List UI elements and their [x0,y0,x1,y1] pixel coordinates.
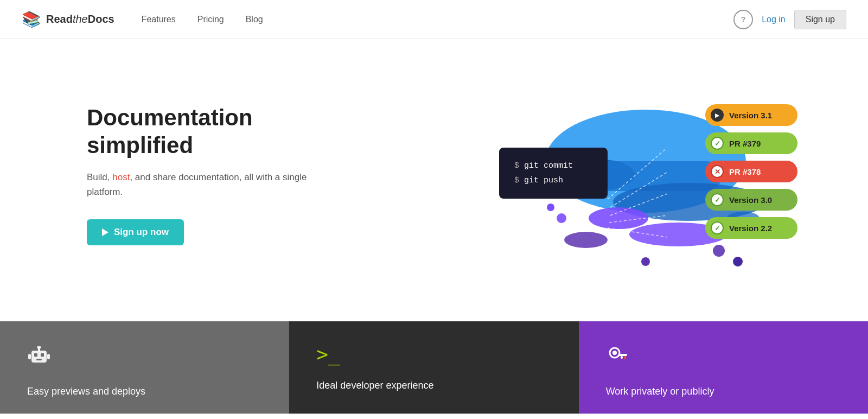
svg-rect-22 [41,353,44,357]
svg-rect-25 [37,346,41,348]
svg-point-13 [733,257,743,266]
navbar-right: ? Log in Sign up [733,10,846,29]
logo-icon: 📚 [22,10,41,28]
x-badge-icon-378: ✕ [711,165,724,178]
svg-rect-31 [624,356,626,359]
feature-title-developer: Ideal developer experience [316,380,433,391]
badge-label-v31: Version 3.1 [729,111,772,120]
svg-point-4 [589,207,648,229]
navbar-left: 📚 ReadtheDocs Features Pricing Blog [22,10,263,28]
hero-description: Build, host, and share documentation, al… [87,170,336,199]
check-badge-icon-v22: ✓ [711,221,724,234]
svg-point-8 [557,213,566,223]
hero-illustration: $ git commit $ git push ▶ Version 3.1 ✓ … [477,77,803,272]
feature-title-private: Work privately or publicly [606,386,714,397]
svg-rect-32 [621,356,623,359]
badge-version-22: ✓ Version 2.2 [705,217,797,239]
svg-rect-20 [31,351,47,363]
help-button[interactable]: ? [733,10,753,29]
hero-section: Documentation simplified Build, host, an… [0,39,868,321]
svg-point-29 [612,351,617,355]
badge-version-31: ▶ Version 3.1 [705,104,797,126]
nav-pricing[interactable]: Pricing [197,15,224,24]
features-section: Easy previews and deploys >_ Ideal devel… [0,321,868,414]
svg-rect-30 [618,354,627,356]
svg-rect-23 [36,359,42,360]
terminal-icon: >_ [316,343,340,366]
signup-now-label: Sign up now [114,227,169,238]
logo[interactable]: 📚 ReadtheDocs [22,10,114,28]
svg-rect-26 [28,354,31,359]
navbar: 📚 ReadtheDocs Features Pricing Blog ? Lo… [0,0,868,39]
login-link[interactable]: Log in [762,15,786,24]
check-badge-icon-v30: ✓ [711,193,724,206]
terminal-line-2: $ git push [514,173,592,188]
svg-rect-27 [47,354,50,359]
badge-label-pr379: PR #379 [729,139,761,148]
logo-text: ReadtheDocs [46,13,114,26]
feature-card-private: Work privately or publicly [579,321,868,414]
host-link[interactable]: host [112,172,130,182]
play-badge-icon: ▶ [711,109,724,122]
feature-title-previews: Easy previews and deploys [27,386,145,397]
svg-point-12 [547,204,554,211]
badge-version-30: ✓ Version 3.0 [705,189,797,211]
key-icon [606,343,630,372]
nav-features[interactable]: Features [142,15,176,24]
svg-point-9 [713,245,725,257]
badge-label-pr378: PR #378 [729,167,761,176]
badge-pr-378: ✕ PR #378 [705,161,797,182]
terminal-box: $ git commit $ git push [499,148,608,199]
hero-title: Documentation simplified [87,104,336,159]
terminal-line-1: $ git commit [514,158,592,173]
badge-label-v22: Version 2.2 [729,224,772,233]
play-icon [102,228,108,236]
signup-button[interactable]: Sign up [794,10,846,29]
feature-card-developer: >_ Ideal developer experience [289,321,578,414]
badge-label-v30: Version 3.0 [729,195,772,205]
nav-links: Features Pricing Blog [142,15,263,24]
robot-icon [27,343,51,372]
feature-card-previews: Easy previews and deploys [0,321,289,414]
nav-blog[interactable]: Blog [246,15,263,24]
badge-pr-379: ✓ PR #379 [705,132,797,154]
hero-left: Documentation simplified Build, host, an… [87,104,336,245]
svg-point-6 [564,232,608,248]
svg-point-14 [641,257,650,266]
badges-area: ▶ Version 3.1 ✓ PR #379 ✕ PR #378 ✓ Vers… [705,104,797,239]
check-badge-icon-379: ✓ [711,137,724,150]
signup-now-button[interactable]: Sign up now [87,219,184,245]
svg-rect-21 [34,353,37,357]
